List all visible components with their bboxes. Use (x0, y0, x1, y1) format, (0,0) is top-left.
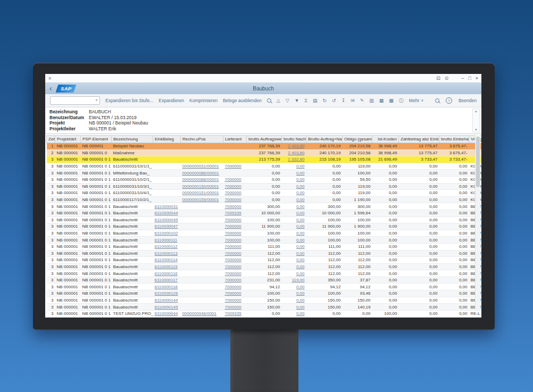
column-header[interactable]: brutto Auftragswert (247, 136, 282, 143)
cell-link[interactable]: 7000000 (223, 277, 247, 283)
collapse-button[interactable]: Komprimieren (189, 98, 218, 103)
scroll-down-icon[interactable]: ▼ (474, 128, 478, 131)
cell-link[interactable]: 1 332,80 (282, 156, 306, 163)
table-row[interactable]: 3NB 000001NB 000001 0 1Bauabschnitt61100… (47, 277, 482, 283)
cell-link[interactable]: 7009335 (223, 210, 247, 216)
cell-link[interactable]: 6110000047 (153, 223, 181, 230)
column-header[interactable]: Rechn.uPos (181, 136, 223, 143)
cell-link[interactable]: 0,00 (282, 196, 306, 203)
cell-link[interactable]: 6110000117 (153, 277, 181, 283)
cell-link[interactable]: 7000000 (223, 190, 247, 197)
cell-link[interactable]: 0000000031/00001 (181, 163, 223, 170)
cell-link[interactable]: 0,00 (282, 283, 306, 290)
cell-link[interactable]: 0000000155/00001 (181, 196, 223, 203)
search-icon[interactable] (267, 98, 271, 103)
cell-link[interactable]: 0,00 (282, 317, 306, 318)
cell-link[interactable]: 0,00 (282, 243, 306, 250)
cell-link[interactable]: 6110000112 (153, 243, 181, 250)
expand-button[interactable]: Expandieren (159, 98, 184, 103)
table-row[interactable]: 3NB 000001NB 000001 0 1Bauabschnitt61100… (47, 230, 482, 237)
cell-link[interactable]: 7000000 (223, 203, 247, 210)
cell-link[interactable]: 0,00 (282, 216, 306, 223)
cell-link[interactable]: 7009335 (223, 317, 247, 318)
print-preview-icon[interactable]: ▤ (313, 98, 318, 103)
layout-icon[interactable]: ⊡ (436, 76, 440, 81)
scroll-up-icon[interactable]: ▲ (474, 110, 478, 113)
cell-link[interactable]: 7000000 (223, 257, 247, 264)
cell-link[interactable]: 6110000044 (153, 210, 181, 216)
cell-link[interactable]: 7000000 (223, 163, 247, 170)
cell-link[interactable]: 0,00 (282, 290, 306, 297)
column-header[interactable]: Ist-Kosten (372, 136, 399, 143)
table-row[interactable]: 3NB 000001NB 000001 0 16110000031/10/2/1… (47, 176, 482, 183)
refresh-all-icon[interactable]: ↺ (332, 98, 336, 103)
cell-link[interactable]: 0,00 (282, 223, 306, 230)
column-header[interactable]: Brutto Auftrag+Nachtrag (306, 136, 343, 143)
cell-link[interactable]: 0,00 (282, 304, 306, 311)
cell-link[interactable]: 0,00 (282, 250, 306, 257)
cell-link[interactable]: 7000000 (223, 283, 247, 290)
cell-link[interactable]: 119,00 (282, 277, 306, 283)
cell-link[interactable]: 0000000086/00001 (181, 170, 223, 177)
table-row[interactable]: 3NB 000001NB 000001 0 16110000031/10/4/1… (47, 190, 482, 197)
table-row[interactable]: 2NB 000001NB 000001 0Maßnahme237 766,392… (47, 149, 482, 156)
restore-button[interactable]: □ (468, 76, 471, 81)
info-icon[interactable]: ⓘ (399, 98, 404, 103)
table-row[interactable]: 3NB 000001NB 000001 0 1Bauabschnitt61100… (47, 250, 482, 257)
cell-link[interactable]: 0,00 (282, 176, 306, 183)
cell-link[interactable]: 0000000033/0001 (181, 317, 223, 318)
cell-link[interactable]: 0,00 (282, 297, 306, 304)
filter-icon[interactable]: ▼ (295, 98, 299, 103)
cell-link[interactable]: 7000000 (223, 196, 247, 203)
column-header[interactable]: Bezeichnung (112, 136, 153, 143)
cell-link[interactable]: 7000000 (223, 297, 247, 304)
export-spreadsheet-icon[interactable]: ▦ (379, 98, 384, 103)
session-icon[interactable]: ⊙ (445, 76, 449, 81)
cell-link[interactable]: 0,00 (282, 190, 306, 197)
export-grid-icon[interactable]: ▩ (389, 98, 394, 103)
cell-link[interactable]: 6110000113 (153, 250, 181, 257)
cell-link[interactable]: 6110000031 (153, 203, 181, 210)
cell-link[interactable]: 0000000150/00001 (181, 183, 223, 190)
cell-link[interactable]: 6110000102 (153, 230, 181, 237)
column-header[interactable]: EinkBeleg (153, 136, 181, 143)
cell-link[interactable]: 0,00 (282, 203, 306, 210)
column-header[interactable]: brutto Nachtrag (282, 136, 306, 143)
cell-link[interactable]: 0,00 (282, 257, 306, 264)
search-icon[interactable] (435, 98, 439, 103)
cell-link[interactable]: 6110000044 (153, 310, 181, 317)
column-header[interactable]: Lieferant (223, 136, 247, 143)
cell-link[interactable]: 0000000046/0001 (181, 310, 223, 317)
header-scrollbar[interactable]: ▲ ▼ (472, 109, 480, 132)
cell-link[interactable]: 0,00 (282, 237, 306, 244)
cell-link[interactable]: 7000000 (223, 230, 247, 237)
table-row[interactable]: 3NB 000001NB 000001 0 1Bauabschnitt61100… (47, 304, 482, 311)
cell-link[interactable]: 6110000144 (153, 297, 181, 304)
total-icon[interactable]: Σ (304, 98, 307, 103)
beenden-button[interactable]: Beenden (459, 98, 477, 103)
table-row[interactable]: 3NB 000001NB 000001 0 1Bauabschnitt61100… (47, 223, 482, 230)
cell-link[interactable]: 7000000 (223, 237, 247, 244)
sort-descending-icon[interactable]: ▽ (286, 98, 289, 103)
table-row[interactable]: 3NB 000001NB 000001 0 1Bauabschnitt61100… (47, 283, 482, 290)
cell-link[interactable]: 6110000116 (153, 270, 181, 277)
cell-link[interactable]: 6110000114 (153, 257, 181, 264)
table-row[interactable]: 3NB 000001NB 000001 0 1Bauabschnitt61100… (47, 243, 482, 250)
cell-link[interactable]: 7000000 (223, 243, 247, 250)
expand-to-level-button[interactable]: Expandieren bis Stufe... (105, 98, 153, 103)
column-header[interactable]: brutto Einbehalt (439, 136, 469, 143)
print-icon[interactable]: ▥ (369, 98, 374, 103)
table-row[interactable]: 3NB 000001NB 000001 0 1Mittelbindung Bau… (47, 170, 482, 177)
column-header[interactable]: Zahlbetrag abz Einb. (399, 136, 439, 143)
table-row[interactable]: 3NB 000001NB 000001 0 1Bauabschnitt213 7… (47, 156, 482, 163)
table-row[interactable]: 3NB 000001NB 000001 0 1Bauabschnitt61100… (47, 263, 482, 270)
refresh-icon[interactable]: ↻ (323, 98, 327, 103)
cell-link[interactable]: 6110000115 (153, 263, 181, 270)
table-scrollbar[interactable] (475, 135, 480, 310)
help-icon[interactable]: ? (446, 97, 452, 104)
cell-link[interactable]: 7000000 (223, 263, 247, 270)
table-row[interactable]: 3NB 000001NB 000001 0 1Bauabschnitt61100… (47, 290, 482, 297)
back-icon[interactable]: ‹ (49, 85, 52, 92)
table-row[interactable]: 3NB 000001NB 000001 0 1TEST UMZUG PRO_61… (47, 310, 482, 317)
cell-link[interactable]: 7000000 (223, 176, 247, 183)
